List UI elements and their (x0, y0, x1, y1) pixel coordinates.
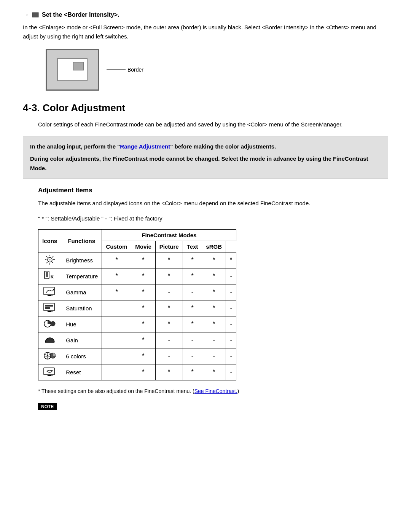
arrow-icon: → (23, 11, 29, 18)
icon-cell (38, 284, 61, 300)
custom-marker-cell (102, 348, 131, 364)
custom-cell: * (131, 300, 156, 316)
movie-cell: - (155, 348, 183, 364)
svg-line-7 (46, 256, 48, 257)
finecontrast-link[interactable]: See FineContrast. (194, 388, 237, 394)
col-header-movie: Movie (131, 241, 156, 252)
table-row: K Temperature*****- (38, 268, 236, 284)
monitor-inner-small (73, 62, 84, 70)
text-cell: - (202, 332, 226, 348)
picture-cell: * (183, 268, 202, 284)
footnote: * These settings can be also adjusted on… (38, 388, 388, 394)
custom-marker-cell (102, 300, 131, 316)
text-cell: * (202, 284, 226, 300)
range-adjustment-link[interactable]: Range Adjustment (120, 143, 170, 150)
function-cell: Temperature (61, 268, 102, 284)
custom-cell: * (131, 364, 156, 380)
custom-marker-cell: * (102, 252, 131, 268)
custom-cell: * (131, 284, 156, 300)
border-diagram: Border (46, 49, 388, 91)
text-cell: * (202, 316, 226, 332)
notice-post-text: " before making the color adjustments. (170, 143, 276, 150)
picture-cell: - (183, 348, 202, 364)
adjustment-items-section: Adjustment Items The adjustable items an… (38, 187, 388, 410)
text-cell: - (202, 348, 226, 364)
srgb-cell: - (226, 300, 236, 316)
srgb-cell: - (226, 316, 236, 332)
table-row: Hue****- (38, 316, 236, 332)
custom-cell: * (131, 268, 156, 284)
text-cell: * (202, 300, 226, 316)
picture-cell: * (183, 316, 202, 332)
picture-cell: * (183, 252, 202, 268)
srgb-cell: - (226, 284, 236, 300)
svg-rect-0 (32, 13, 38, 17)
movie-cell: - (155, 284, 183, 300)
custom-cell: * (131, 332, 156, 348)
svg-point-24 (51, 321, 55, 326)
table-row: Saturation****- (38, 300, 236, 316)
function-cell: Saturation (61, 300, 102, 316)
icon-cell (38, 348, 61, 364)
col-header-custom: Custom (102, 241, 131, 252)
svg-rect-21 (45, 305, 53, 307)
table-row: Gain*---- (38, 332, 236, 348)
border-line-icon (107, 68, 126, 72)
text-cell: * (202, 268, 226, 284)
svg-line-8 (52, 262, 53, 263)
adjustment-table-container: Icons Functions FineContrast Modes Custo… (38, 229, 388, 380)
picture-cell: - (183, 284, 202, 300)
icon-cell (38, 316, 61, 332)
footnote-text: * These settings can be also adjusted on… (38, 388, 191, 394)
function-cell: Brightness (61, 252, 102, 268)
function-cell: Gamma (61, 284, 102, 300)
table-row: Gamma**--*- (38, 284, 236, 300)
col-header-picture: Picture (155, 241, 183, 252)
adjustment-table: Icons Functions FineContrast Modes Custo… (38, 229, 236, 380)
movie-cell: * (155, 268, 183, 284)
icon-cell (38, 364, 61, 380)
svg-line-9 (52, 256, 53, 257)
notice-line2: During color adjustments, the FineContra… (30, 154, 381, 173)
custom-marker-cell (102, 364, 131, 380)
col-header-srgb: sRGB (202, 241, 226, 252)
srgb-cell: - (226, 364, 236, 380)
function-cell: Hue (61, 316, 102, 332)
border-intensity-title: Set the <Border Intensity>. (42, 11, 119, 18)
color-adjustment-section: Color settings of each FineContrast mode… (38, 120, 388, 129)
border-intensity-section: → Set the <Border Intensity>. In the <En… (23, 11, 388, 91)
adjustment-legend: " * ": Settable/Adjustable " - ": Fixed … (38, 214, 388, 223)
icon-cell (38, 332, 61, 348)
custom-cell: * (131, 252, 156, 268)
movie-cell: * (155, 252, 183, 268)
notice-line1: In the analog input, perform the "Range … (30, 142, 381, 152)
picture-cell: * (183, 300, 202, 316)
border-intensity-body: In the <Enlarge> mode or <Full Screen> m… (23, 23, 388, 41)
border-label: Border (107, 67, 143, 73)
text-cell: * (202, 252, 226, 268)
function-cell: Gain (61, 332, 102, 348)
svg-line-10 (46, 262, 48, 263)
monitor-outer (46, 49, 99, 91)
color-adjustment-body: Color settings of each FineContrast mode… (38, 120, 388, 129)
notice-box: In the analog input, perform the "Range … (23, 136, 388, 179)
section-title: 4-3. Color Adjustment (23, 102, 388, 114)
movie-cell: * (155, 300, 183, 316)
custom-cell: * (131, 316, 156, 332)
header-functions: Functions (61, 229, 102, 252)
svg-rect-18 (44, 303, 54, 311)
function-cell: 6 colors (61, 348, 102, 364)
movie-cell: * (155, 316, 183, 332)
custom-marker-cell: * (102, 268, 131, 284)
monitor-inner (57, 58, 88, 81)
custom-marker-cell (102, 332, 131, 348)
movie-cell: - (155, 332, 183, 348)
svg-point-11 (49, 259, 51, 260)
picture-cell: - (183, 332, 202, 348)
picture-cell: * (183, 364, 202, 380)
custom-marker-cell (102, 316, 131, 332)
notice-pre-text: In the analog input, perform the " (30, 143, 120, 150)
border-label-text: Border (127, 67, 143, 73)
svg-rect-13 (46, 272, 48, 277)
adjustment-items-title: Adjustment Items (38, 187, 388, 194)
